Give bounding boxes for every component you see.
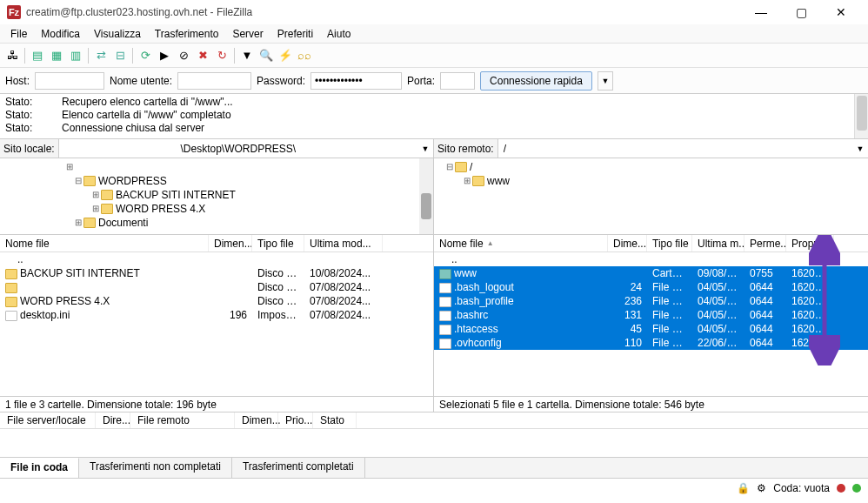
local-path-input[interactable] xyxy=(59,139,417,158)
log-pane: Stato:Recupero elenco cartella di "/www"… xyxy=(0,94,868,139)
tree-expander-icon[interactable]: ⊞ xyxy=(462,174,472,188)
port-label: Porta: xyxy=(407,75,435,87)
toggle-log-icon[interactable]: ▤ xyxy=(29,47,46,64)
local-path-label: Sito locale: xyxy=(0,139,59,158)
menu-modifica[interactable]: Modifica xyxy=(34,26,87,42)
process-queue-icon[interactable]: ▶ xyxy=(156,47,173,64)
local-file-list[interactable]: ..BACKUP SITI INTERNETDisco locale10/08/… xyxy=(0,252,433,396)
remote-list-header[interactable]: Nome file▲ Dime... Tipo file Ultima m...… xyxy=(434,235,868,252)
file-icon xyxy=(439,283,451,293)
queue-col[interactable]: Prio... xyxy=(278,412,313,428)
tree-node[interactable]: ⊞www xyxy=(437,174,865,188)
file-row[interactable]: .ovhconfig110File OV...22/06/20...064416… xyxy=(434,336,868,350)
tree-node[interactable]: ⊞Documenti xyxy=(3,216,430,230)
sync-icon[interactable]: ⇄ xyxy=(92,47,110,64)
folder-icon xyxy=(455,162,467,172)
folder-icon xyxy=(101,204,113,214)
port-input[interactable] xyxy=(440,72,475,90)
file-row[interactable]: Disco locale07/08/2024... xyxy=(0,280,433,294)
quickconnect-bar: Host: Nome utente: Password: Porta: Conn… xyxy=(0,68,868,94)
file-row[interactable]: .. xyxy=(0,252,433,266)
menu-trasferimento[interactable]: Trasferimento xyxy=(148,26,226,42)
queue-body xyxy=(0,429,868,457)
sitemanager-icon[interactable]: 🖧 xyxy=(3,47,21,64)
quickconnect-dropdown[interactable]: ▼ xyxy=(598,71,613,91)
queue-header[interactable]: File server/localeDire...File remotoDime… xyxy=(0,412,868,429)
toggle-queue-icon[interactable]: ▥ xyxy=(67,47,84,64)
lock-icon: 🔒 xyxy=(737,482,750,494)
toggle-tree-icon[interactable]: ▦ xyxy=(48,47,65,64)
menu-aiuto[interactable]: Aiuto xyxy=(320,26,357,42)
file-icon xyxy=(5,311,17,321)
username-input[interactable] xyxy=(177,72,251,90)
tree-expander-icon[interactable]: ⊞ xyxy=(90,188,101,202)
remote-status: Selezionati 5 file e 1 cartella. Dimensi… xyxy=(434,396,868,412)
remote-path-dropdown[interactable]: ▼ xyxy=(852,144,868,153)
password-label: Password: xyxy=(257,75,305,87)
queue-col[interactable]: Dire... xyxy=(96,412,130,428)
file-row[interactable]: .bash_profile236File BA...04/05/20...064… xyxy=(434,294,868,308)
local-list-header[interactable]: Nome file Dimen... Tipo file Ultima mod.… xyxy=(0,235,433,252)
queue-tab[interactable]: Trasferimenti non completati xyxy=(79,458,232,478)
password-input[interactable] xyxy=(310,72,402,90)
tree-expander-icon[interactable]: ⊟ xyxy=(73,174,83,188)
disconnect-icon[interactable]: ✖ xyxy=(194,47,211,64)
host-input[interactable] xyxy=(35,72,104,90)
tree-expander-icon[interactable]: ⊞ xyxy=(73,216,83,230)
menu-visualizza[interactable]: Visualizza xyxy=(87,26,148,42)
reconnect-icon[interactable]: ↻ xyxy=(213,47,230,64)
file-row[interactable]: .. xyxy=(434,252,868,266)
file-row[interactable]: .bash_logout24File BA...04/05/20...06441… xyxy=(434,280,868,294)
tree-node[interactable]: ⊞BACKUP SITI INTERNET xyxy=(3,188,430,202)
queue-col[interactable]: File remoto xyxy=(130,412,235,428)
gear-icon[interactable]: ⚙ xyxy=(757,482,766,494)
file-icon xyxy=(439,339,451,349)
tree-node[interactable]: ⊟/ xyxy=(437,160,865,174)
queue-tab[interactable]: Trasferimenti completati xyxy=(232,458,365,478)
folder-icon xyxy=(5,297,17,307)
log-scrollbar[interactable] xyxy=(854,94,868,138)
tree-node[interactable]: ⊟WORDPRESS xyxy=(3,174,430,188)
log-row: Stato:Elenco cartella di "/www" completa… xyxy=(5,109,863,122)
filter-icon[interactable]: ▼ xyxy=(238,47,256,64)
queue-tab[interactable]: File in coda xyxy=(0,458,79,478)
queue-tabs: File in codaTrasferimenti non completati… xyxy=(0,457,868,478)
menu-preferiti[interactable]: Preferiti xyxy=(270,26,320,42)
local-path-dropdown[interactable]: ▼ xyxy=(417,144,433,153)
speed-icon[interactable]: ⚡ xyxy=(277,47,294,64)
tree-expander-icon[interactable]: ⊞ xyxy=(90,202,101,216)
queue-col[interactable]: File server/locale xyxy=(0,412,96,428)
file-icon xyxy=(439,311,451,321)
local-tree[interactable]: ⊞ ⊟WORDPRESS⊞BACKUP SITI INTERNET⊞WORD P… xyxy=(0,158,433,235)
remote-tree[interactable]: ⊟/⊞www xyxy=(434,158,868,235)
tree-node[interactable]: ⊞WORD PRESS 4.X xyxy=(3,202,430,216)
file-row[interactable]: .bashrc131File BA...04/05/20...064416201… xyxy=(434,308,868,322)
compare-icon[interactable]: ⊟ xyxy=(111,47,129,64)
search-icon[interactable]: 🔍 xyxy=(257,47,275,64)
tree-expander-icon[interactable]: ⊟ xyxy=(444,160,455,174)
menu-server[interactable]: Server xyxy=(225,26,270,42)
refresh-icon[interactable]: ⟳ xyxy=(137,47,154,64)
maximize-button[interactable]: ▢ xyxy=(781,0,821,24)
quickconnect-button[interactable]: Connessione rapida xyxy=(480,71,592,91)
file-row[interactable]: wwwCartell...09/08/20...0755162011... xyxy=(434,266,868,280)
folder-icon xyxy=(472,176,484,186)
local-tree-scrollbar[interactable] xyxy=(419,158,433,234)
file-row[interactable]: desktop.ini196Impostazio...07/08/2024... xyxy=(0,308,433,322)
file-row[interactable]: .htaccess45File HT...04/05/20...06441620… xyxy=(434,322,868,336)
folder-icon xyxy=(83,176,96,186)
file-row[interactable]: WORD PRESS 4.XDisco locale07/08/2024... xyxy=(0,294,433,308)
remote-file-list[interactable]: ..wwwCartell...09/08/20...0755162011....… xyxy=(434,252,868,396)
remote-path-input[interactable] xyxy=(498,139,852,158)
menu-file[interactable]: File xyxy=(3,26,34,42)
file-icon xyxy=(439,325,451,335)
log-row: Stato:Recupero elenco cartella di "/www"… xyxy=(5,96,863,109)
binoculars-icon[interactable]: ⌕⌕ xyxy=(296,47,313,64)
minimize-button[interactable]: — xyxy=(741,0,781,24)
queue-col[interactable]: Dimen... xyxy=(235,412,278,428)
username-label: Nome utente: xyxy=(110,75,172,87)
file-row[interactable]: BACKUP SITI INTERNETDisco locale10/08/20… xyxy=(0,266,433,280)
close-button[interactable]: ✕ xyxy=(821,0,861,24)
cancel-icon[interactable]: ⊘ xyxy=(175,47,192,64)
queue-col[interactable]: Stato xyxy=(313,412,357,428)
